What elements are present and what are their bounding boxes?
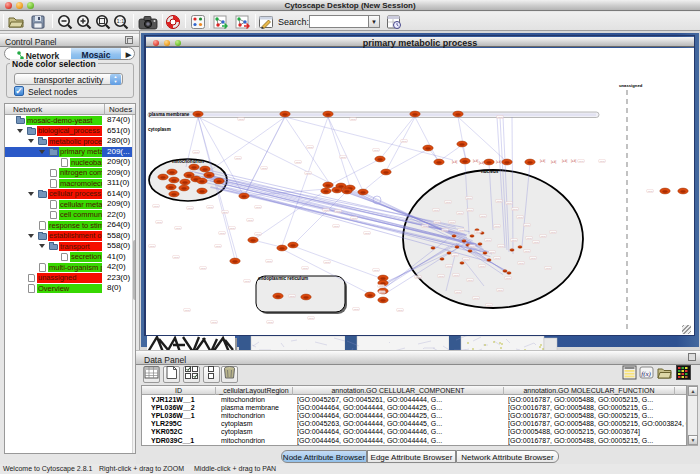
svg-text:[a-b]: [a-b]: [513, 208, 518, 211]
svg-text:[a-b]: [a-b]: [450, 221, 455, 224]
svg-text:[a-b]: [a-b]: [174, 256, 179, 259]
svg-text:[a-b]: [a-b]: [296, 161, 301, 164]
svg-text:[a-b]: [a-b]: [518, 216, 523, 219]
svg-text:[a-b]: [a-b]: [562, 159, 567, 163]
svg-text:[a-b]: [a-b]: [439, 275, 444, 278]
svg-text:[a-b]: [a-b]: [499, 245, 504, 248]
svg-text:mitochondrion: mitochondrion: [172, 159, 204, 164]
svg-text:[a-b]: [a-b]: [256, 233, 261, 236]
svg-text:[a-b]: [a-b]: [352, 217, 357, 220]
svg-text:[a-b]: [a-b]: [336, 210, 341, 213]
svg-text:[a-b]: [a-b]: [306, 172, 311, 175]
svg-text:[a-b]: [a-b]: [154, 205, 159, 208]
svg-text:[a-b]: [a-b]: [267, 260, 272, 263]
svg-text:[a-b]: [a-b]: [600, 160, 605, 163]
svg-text:[a-b]: [a-b]: [468, 209, 473, 212]
svg-text:[a-b]: [a-b]: [476, 231, 481, 234]
svg-text:[a-b]: [a-b]: [416, 276, 421, 279]
svg-text:[a-b]: [a-b]: [474, 297, 479, 300]
svg-text:[a-b]: [a-b]: [540, 159, 545, 163]
svg-text:[a-b]: [a-b]: [435, 221, 440, 224]
svg-text:[a-b]: [a-b]: [458, 212, 463, 215]
svg-text:[a-b]: [a-b]: [188, 207, 193, 210]
svg-text:[a-b]: [a-b]: [239, 118, 244, 121]
svg-text:[a-b]: [a-b]: [512, 239, 517, 242]
svg-text:[a-b]: [a-b]: [374, 269, 379, 272]
svg-text:[a-b]: [a-b]: [325, 261, 330, 264]
svg-text:[a-b]: [a-b]: [470, 245, 475, 248]
svg-text:[a-b]: [a-b]: [290, 295, 295, 298]
svg-text:[a-b]: [a-b]: [220, 232, 225, 235]
svg-text:[a-b]: [a-b]: [498, 116, 503, 119]
svg-text:[a-b]: [a-b]: [459, 229, 464, 232]
svg-text:[a-b]: [a-b]: [402, 140, 407, 143]
svg-text:[a-b]: [a-b]: [341, 156, 346, 159]
svg-text:[a-b]: [a-b]: [453, 254, 458, 257]
svg-text:[a-b]: [a-b]: [452, 160, 457, 164]
svg-text:endoplasmic reticulum: endoplasmic reticulum: [258, 276, 308, 281]
svg-text:[a-b]: [a-b]: [531, 257, 536, 260]
svg-text:[a-b]: [a-b]: [423, 225, 428, 228]
svg-text:[a-b]: [a-b]: [447, 265, 452, 268]
svg-text:[a-b]: [a-b]: [230, 227, 235, 230]
svg-text:[a-b]: [a-b]: [150, 245, 155, 248]
svg-text:[a-b]: [a-b]: [324, 209, 329, 212]
svg-text:[a-b]: [a-b]: [379, 285, 384, 288]
svg-text:[a-b]: [a-b]: [446, 201, 451, 204]
svg-text:[a-b]: [a-b]: [443, 229, 448, 232]
svg-text:[a-b]: [a-b]: [487, 304, 492, 307]
svg-text:[a-b]: [a-b]: [374, 149, 379, 152]
svg-text:[a-b]: [a-b]: [157, 221, 162, 224]
svg-text:[a-b]: [a-b]: [245, 280, 250, 283]
svg-text:[a-b]: [a-b]: [467, 197, 472, 200]
svg-text:[a-b]: [a-b]: [223, 211, 228, 214]
svg-text:[a-b]: [a-b]: [194, 151, 199, 154]
svg-text:[a-b]: [a-b]: [479, 161, 484, 165]
svg-text:[a-b]: [a-b]: [506, 277, 511, 280]
svg-text:[a-b]: [a-b]: [525, 250, 530, 253]
svg-text:[a-b]: [a-b]: [648, 190, 653, 193]
svg-text:[a-b]: [a-b]: [380, 291, 385, 294]
svg-text:[a-b]: [a-b]: [551, 160, 556, 164]
svg-text:[a-b]: [a-b]: [498, 289, 503, 292]
svg-text:[a-b]: [a-b]: [365, 232, 370, 235]
svg-text:[a-b]: [a-b]: [236, 157, 241, 160]
svg-text:[a-b]: [a-b]: [571, 159, 576, 163]
svg-text:[a-b]: [a-b]: [579, 160, 584, 163]
svg-text:[a-b]: [a-b]: [541, 235, 546, 238]
svg-text:[a-b]: [a-b]: [468, 279, 473, 282]
svg-text:[a-b]: [a-b]: [473, 159, 478, 163]
svg-text:[a-b]: [a-b]: [334, 225, 339, 228]
svg-text:[a-b]: [a-b]: [262, 167, 267, 170]
svg-text:1:1: 1:1: [117, 18, 125, 24]
svg-text:[a-b]: [a-b]: [256, 206, 261, 209]
svg-text:[a-b]: [a-b]: [486, 239, 491, 242]
svg-text:[a-b]: [a-b]: [454, 274, 459, 277]
svg-text:[a-b]: [a-b]: [248, 219, 253, 222]
svg-text:[a-b]: [a-b]: [434, 209, 439, 212]
svg-text:[a-b]: [a-b]: [303, 267, 308, 270]
svg-text:[a-b]: [a-b]: [464, 258, 469, 261]
svg-text:unassigned: unassigned: [619, 83, 643, 88]
svg-text:[a-b]: [a-b]: [546, 267, 551, 270]
svg-text:[a-b]: [a-b]: [456, 291, 461, 294]
svg-text:[a-b]: [a-b]: [208, 206, 213, 209]
svg-text:cytoplasm: cytoplasm: [148, 127, 171, 132]
svg-text:[a-b]: [a-b]: [212, 321, 217, 324]
svg-text:[a-b]: [a-b]: [309, 317, 314, 320]
svg-text:[a-b]: [a-b]: [527, 237, 532, 240]
svg-text:[a-b]: [a-b]: [534, 241, 539, 244]
svg-text:[a-b]: [a-b]: [481, 215, 486, 218]
svg-text:[a-b]: [a-b]: [507, 202, 512, 205]
svg-text:[a-b]: [a-b]: [398, 309, 403, 312]
svg-text:[a-b]: [a-b]: [525, 224, 530, 227]
svg-text:[a-b]: [a-b]: [497, 200, 502, 203]
svg-text:[a-b]: [a-b]: [176, 227, 181, 230]
svg-text:[a-b]: [a-b]: [551, 231, 556, 234]
svg-text:[a-b]: [a-b]: [495, 225, 500, 228]
svg-text:[a-b]: [a-b]: [308, 146, 313, 149]
svg-text:[a-b]: [a-b]: [268, 321, 273, 324]
svg-text:[a-b]: [a-b]: [351, 118, 356, 121]
svg-text:f(x): f(x): [641, 370, 651, 378]
svg-text:[a-b]: [a-b]: [519, 262, 524, 265]
